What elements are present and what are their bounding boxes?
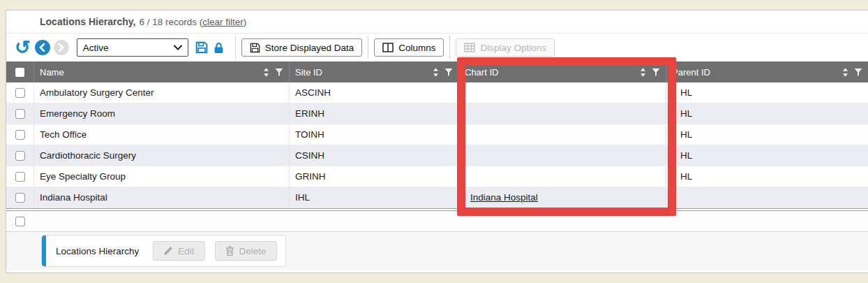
parent-id-cell: HL xyxy=(666,124,868,145)
column-header-chart-id[interactable]: Chart ID xyxy=(458,61,666,82)
table-row[interactable]: Emergency Room ERINH HL xyxy=(6,103,868,124)
name-cell: Ambulatory Surgery Center xyxy=(33,82,289,103)
select-all-cell xyxy=(6,61,33,82)
footer-bar: Locations Hierarchy Edit Delete xyxy=(6,232,868,270)
chart-id-cell xyxy=(458,145,666,166)
status-filter-value: Active xyxy=(83,43,109,53)
sort-icon[interactable] xyxy=(263,68,269,77)
name-cell: Indiana Hospital xyxy=(33,187,289,208)
clear-filter-link[interactable]: clear filter xyxy=(202,17,244,27)
filter-icon[interactable] xyxy=(444,68,453,76)
record-count-suffix: ) xyxy=(244,17,247,27)
chart-id-cell xyxy=(458,103,666,124)
undo-icon[interactable]: ↺ xyxy=(15,40,31,55)
row-checkbox-cell xyxy=(6,124,33,145)
row-checkbox-cell xyxy=(6,187,33,208)
new-entry-row[interactable] xyxy=(6,211,868,232)
name-cell: Eye Specialty Group xyxy=(33,166,289,187)
site-id-cell: ERINH xyxy=(289,103,458,124)
sort-icon[interactable] xyxy=(433,68,439,77)
toolbar-separator xyxy=(368,36,368,59)
selection-action-box: Locations Hierarchy Edit Delete xyxy=(41,235,286,267)
parent-id-cell: HL xyxy=(666,166,868,187)
display-options-button: Display Options xyxy=(456,38,555,57)
sort-icon[interactable] xyxy=(640,68,646,77)
lock-icon[interactable] xyxy=(214,42,224,54)
columns-button[interactable]: Columns xyxy=(374,38,444,57)
column-header-parent-id[interactable]: Parent ID xyxy=(666,61,868,82)
trash-icon xyxy=(225,246,234,256)
toolbar-separator xyxy=(235,36,236,59)
site-id-cell: CSINH xyxy=(289,145,458,166)
row-checkbox[interactable] xyxy=(15,130,25,140)
parent-id-cell: HL xyxy=(666,103,868,124)
accent-bar xyxy=(42,235,46,266)
chevron-down-icon xyxy=(174,45,182,50)
chart-id-cell: Indiana Hospital xyxy=(458,187,666,208)
forward-icon xyxy=(54,40,69,55)
footer-label: Locations Hierarchy xyxy=(56,246,139,256)
delete-button: Delete xyxy=(215,241,277,261)
filter-icon[interactable] xyxy=(652,68,660,76)
edit-button: Edit xyxy=(153,241,204,261)
delete-label: Delete xyxy=(239,246,267,256)
table-row[interactable]: Ambulatory Surgery Center ASCINH HL xyxy=(6,82,868,103)
status-filter-select[interactable]: Active xyxy=(77,38,188,57)
column-header-parent-id-label: Parent ID xyxy=(672,67,839,78)
page-title: Locations Hierarchy, xyxy=(40,16,135,27)
column-header-name[interactable]: Name xyxy=(33,61,289,82)
row-checkbox[interactable] xyxy=(15,172,25,182)
row-checkbox[interactable] xyxy=(15,193,25,203)
toolbar: ↺ Active Store Displayed Data Columns xyxy=(6,34,868,61)
columns-label: Columns xyxy=(398,43,435,53)
sort-icon[interactable] xyxy=(842,68,848,77)
save-icon xyxy=(250,43,260,53)
site-id-cell: TOINH xyxy=(289,124,458,145)
pencil-icon xyxy=(163,246,173,256)
row-checkbox-cell xyxy=(6,82,33,103)
name-cell: Tech Office xyxy=(33,124,289,145)
table-row[interactable]: Tech Office TOINH HL xyxy=(6,124,868,145)
row-checkbox[interactable] xyxy=(15,217,25,226)
row-checkbox-cell xyxy=(6,166,33,187)
parent-id-cell xyxy=(666,187,868,208)
chart-id-link[interactable]: Indiana Hospital xyxy=(470,192,538,203)
chart-id-cell xyxy=(458,166,666,187)
store-displayed-data-button[interactable]: Store Displayed Data xyxy=(241,38,363,57)
table-row[interactable]: Indiana Hospital IHL Indiana Hospital xyxy=(6,187,868,208)
site-id-cell: GRINH xyxy=(289,166,458,187)
panel-title-bar: Locations Hierarchy, 6 / 18 records (cle… xyxy=(6,10,868,34)
site-id-cell: IHL xyxy=(289,187,458,208)
locations-hierarchy-panel: Locations Hierarchy, 6 / 18 records (cle… xyxy=(6,10,868,273)
site-id-cell: ASCINH xyxy=(289,82,458,103)
table-row[interactable]: Cardiothoracic Surgery CSINH HL xyxy=(6,145,868,166)
toolbar-separator xyxy=(449,36,450,59)
column-header-site-id-label: Site ID xyxy=(295,67,430,78)
grid-icon xyxy=(464,43,475,52)
record-count: 6 / 18 records ( xyxy=(139,17,202,27)
chart-id-cell xyxy=(458,124,666,145)
edit-label: Edit xyxy=(178,246,194,256)
parent-id-cell: HL xyxy=(666,82,868,103)
column-header-site-id[interactable]: Site ID xyxy=(289,61,458,82)
column-header-name-label: Name xyxy=(40,67,260,78)
row-checkbox[interactable] xyxy=(15,151,25,161)
chart-id-cell xyxy=(458,82,666,103)
display-options-label: Display Options xyxy=(480,43,546,53)
table-row[interactable]: Eye Specialty Group GRINH HL xyxy=(6,166,868,187)
row-checkbox[interactable] xyxy=(15,109,25,119)
column-header-chart-id-label: Chart ID xyxy=(465,67,637,78)
parent-id-cell: HL xyxy=(666,145,868,166)
back-icon[interactable] xyxy=(35,40,50,55)
store-displayed-data-label: Store Displayed Data xyxy=(265,43,354,53)
row-checkbox[interactable] xyxy=(15,88,25,98)
row-checkbox-cell xyxy=(6,145,33,166)
filter-icon[interactable] xyxy=(275,68,283,76)
name-cell: Cardiothoracic Surgery xyxy=(33,145,289,166)
row-checkbox-cell xyxy=(6,103,33,124)
save-view-icon[interactable] xyxy=(195,41,208,54)
filter-icon[interactable] xyxy=(854,68,862,76)
name-cell: Emergency Room xyxy=(33,103,289,124)
table-header-row: Name Site ID Chart ID Parent ID xyxy=(6,61,868,82)
select-all-checkbox[interactable] xyxy=(15,68,24,77)
